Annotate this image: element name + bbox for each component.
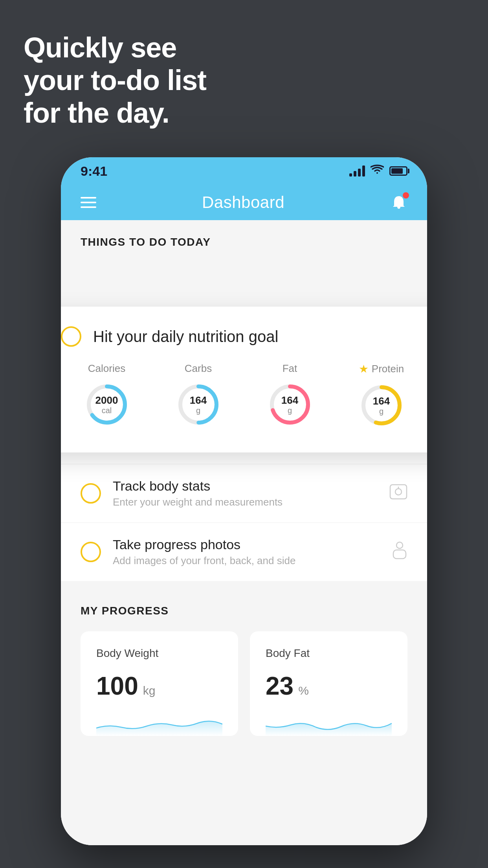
signal-icon [349,166,365,177]
progress-title: MY PROGRESS [81,605,407,617]
progress-photos-sub: Add images of your front, back, and side [113,555,380,567]
notification-dot [403,192,409,199]
nutrition-card-header: Hit your daily nutrition goal [61,326,427,347]
nutrition-item-protein: ★ Protein 164 g [358,362,405,429]
protein-value: 164 g [373,395,390,416]
body-weight-card: Body Weight 100 kg [81,631,238,736]
fat-donut: 164 g [266,381,314,428]
status-bar: 9:41 [61,157,427,185]
body-fat-value: 23 [266,671,294,701]
carbs-donut: 164 g [175,381,222,428]
body-fat-value-row: 23 % [266,671,392,701]
phone-mockup: 9:41 [61,157,427,845]
person-icon [392,541,407,563]
status-time: 9:41 [81,164,107,179]
progress-photos-text: Take progress photos Add images of your … [113,537,380,567]
calories-value: 2000 cal [95,395,118,415]
progress-section: MY PROGRESS Body Weight 100 kg [61,581,427,752]
body-fat-card-title: Body Fat [266,647,392,660]
notification-bell-icon[interactable] [390,194,407,211]
protein-label: ★ Protein [359,362,404,375]
progress-photos-checkbox[interactable] [81,542,101,562]
body-stats-sub: Enter your weight and measurements [113,496,378,508]
app-header: Dashboard [61,185,427,220]
body-weight-value-row: 100 kg [96,671,222,701]
body-weight-chart [96,712,222,736]
fat-label: Fat [283,362,297,375]
body-fat-unit: % [298,684,309,697]
carbs-value: 164 g [190,395,207,415]
nutrition-checkbox[interactable] [61,326,81,347]
things-section: THINGS TO DO TODAY [61,220,427,256]
progress-photos-name: Take progress photos [113,537,380,552]
status-icons [349,164,407,178]
todo-item-progress-photos[interactable]: Take progress photos Add images of your … [61,523,427,581]
phone-frame: 9:41 [61,157,427,845]
calories-donut: 2000 cal [83,381,130,428]
nutrition-item-fat: Fat 164 g [266,362,314,428]
app-content: THINGS TO DO TODAY Hit your daily nutrit… [61,220,427,845]
body-weight-unit: kg [143,684,156,697]
nutrition-item-calories: Calories 2000 cal [83,362,130,428]
todo-item-body-stats[interactable]: Track body stats Enter your weight and m… [61,464,427,523]
hero-text: Quickly see your to-do list for the day. [24,31,206,129]
battery-icon [389,166,407,176]
body-stats-name: Track body stats [113,478,378,494]
protein-star-icon: ★ [359,362,369,375]
progress-cards: Body Weight 100 kg [81,631,407,736]
svg-point-9 [395,489,402,495]
body-weight-card-title: Body Weight [96,647,222,660]
body-fat-chart [266,712,392,736]
nutrition-card: Hit your daily nutrition goal Calories [61,307,427,452]
wifi-icon [371,164,384,178]
things-section-title: THINGS TO DO TODAY [81,236,407,248]
fat-value: 164 g [281,395,298,415]
scale-icon [389,484,407,503]
svg-point-10 [396,542,403,548]
protein-donut: 164 g [358,382,405,429]
nutrition-card-title: Hit your daily nutrition goal [93,328,278,346]
nutrition-row: Calories 2000 cal [61,362,427,429]
body-stats-text: Track body stats Enter your weight and m… [113,478,378,508]
header-title: Dashboard [202,193,284,212]
nutrition-item-carbs: Carbs 164 g [175,362,222,428]
calories-label: Calories [88,362,125,375]
body-fat-card: Body Fat 23 % [250,631,407,736]
carbs-label: Carbs [185,362,212,375]
svg-rect-11 [393,550,406,559]
menu-button[interactable] [81,197,96,208]
body-weight-value: 100 [96,671,138,701]
body-stats-checkbox[interactable] [81,483,101,504]
